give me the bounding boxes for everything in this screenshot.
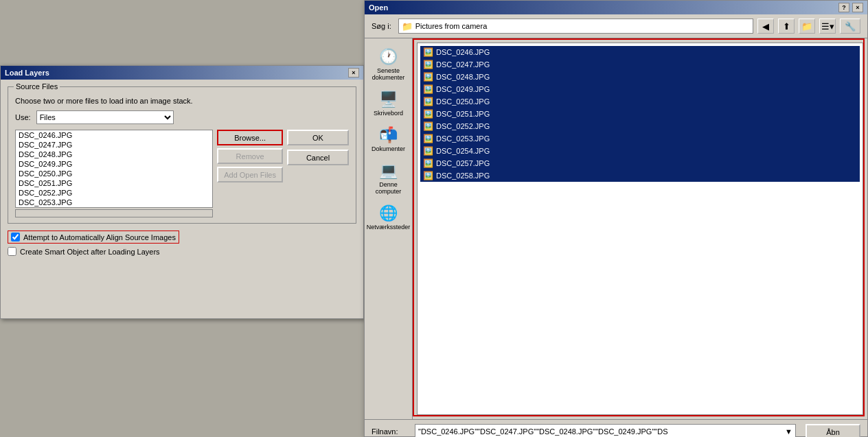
- open-bottom: Filnavn: "DSC_0246.JPG""DSC_0247.JPG""DS…: [365, 419, 867, 437]
- file-icon: 🖼️: [423, 47, 433, 57]
- close-icon: ×: [856, 4, 859, 11]
- list-item[interactable]: 🖼️DSC_0246.JPG: [420, 46, 860, 58]
- add-open-files-button[interactable]: Add Open Files: [217, 167, 283, 182]
- file-name: DSC_0246.JPG: [436, 48, 490, 56]
- list-item[interactable]: DSC_0251.JPG: [16, 178, 212, 188]
- view-button[interactable]: ☰▾: [819, 19, 836, 34]
- auto-align-row: Attempt to Automatically Align Source Im…: [8, 231, 179, 244]
- filename-row: Filnavn: "DSC_0246.JPG""DSC_0247.JPG""DS…: [372, 424, 796, 437]
- open-button[interactable]: Åbn: [806, 424, 860, 437]
- open-toolbar: Søg i: 📁 Pictures from camera ◀ ⬆ 📁 ☰▾ 🔧: [365, 14, 867, 38]
- checkboxes-area: Attempt to Automatically Align Source Im…: [8, 231, 356, 256]
- computer-label: Denne computer: [369, 181, 408, 195]
- file-icon: 🖼️: [423, 72, 433, 82]
- help-icon: ?: [842, 4, 846, 11]
- file-name: DSC_0247.JPG: [436, 60, 490, 69]
- up-button[interactable]: ⬆: [778, 19, 795, 34]
- filename-input[interactable]: "DSC_0246.JPG""DSC_0247.JPG""DSC_0248.JP…: [415, 424, 796, 437]
- list-item[interactable]: 🖼️DSC_0247.JPG: [420, 58, 860, 71]
- file-name: DSC_0251.JPG: [436, 110, 490, 118]
- back-button[interactable]: ◀: [757, 19, 774, 34]
- load-layers-title: Load Layers: [5, 69, 49, 77]
- file-icon: 🖼️: [423, 134, 433, 143]
- open-help-button[interactable]: ?: [838, 3, 849, 12]
- file-icon: 🖼️: [423, 158, 433, 168]
- use-select[interactable]: Files: [36, 110, 174, 124]
- open-dialog-titlebar: Open ? ×: [365, 1, 867, 14]
- computer-icon: 💻: [379, 162, 398, 180]
- horizontal-scrollbar[interactable]: [15, 209, 213, 217]
- file-name: DSC_0249.JPG: [436, 85, 490, 93]
- new-folder-button[interactable]: 📁: [799, 19, 815, 34]
- use-row: Use: Files: [15, 110, 349, 124]
- network-icon: 🌐: [379, 204, 398, 222]
- file-icon: 🖼️: [423, 84, 433, 94]
- desktop-icon: 🖥️: [379, 91, 398, 108]
- tools-button[interactable]: 🔧: [840, 19, 860, 34]
- sidebar-item-desktop[interactable]: 🖥️ Skrivebord: [368, 88, 409, 119]
- ok-cancel-col: OK Cancel: [287, 130, 349, 217]
- list-item[interactable]: 🖼️DSC_0249.JPG: [420, 83, 860, 95]
- open-dialog: Open ? × Søg i: 📁 Pictures from camera ◀…: [364, 0, 868, 437]
- list-item[interactable]: 🖼️DSC_0254.JPG: [420, 145, 860, 157]
- list-item[interactable]: DSC_0246.JPG: [16, 130, 212, 140]
- file-icon: 🖼️: [423, 60, 433, 69]
- file-icon: 🖼️: [423, 121, 433, 131]
- file-name: DSC_0253.JPG: [436, 134, 490, 143]
- file-name: DSC_0252.JPG: [436, 122, 490, 130]
- list-item[interactable]: DSC_0249.JPG: [16, 159, 212, 169]
- list-item[interactable]: 🖼️DSC_0251.JPG: [420, 108, 860, 120]
- filename-label: Filnavn:: [372, 427, 409, 436]
- sidebar-item-computer[interactable]: 💻 Denne computer: [368, 159, 409, 198]
- load-layers-close-button[interactable]: ×: [348, 68, 359, 78]
- remove-button[interactable]: Remove: [217, 148, 283, 164]
- list-item[interactable]: DSC_0250.JPG: [16, 169, 212, 178]
- auto-align-label: Attempt to Automatically Align Source Im…: [23, 233, 176, 241]
- folder-icon: 📁: [402, 21, 413, 32]
- list-item[interactable]: DSC_0248.JPG: [16, 150, 212, 159]
- smart-object-label: Create Smart Object after Loading Layers: [20, 248, 160, 256]
- open-content: 🕐 Seneste dokumenter 🖥️ Skrivebord 📬 Dok…: [365, 38, 867, 419]
- cancel-button[interactable]: Cancel: [287, 150, 349, 165]
- documents-label: Dokumenter: [372, 145, 405, 152]
- open-files-list: 🖼️DSC_0246.JPG🖼️DSC_0247.JPG🖼️DSC_0248.J…: [418, 43, 863, 185]
- recent-label: Seneste dokumenter: [369, 67, 408, 81]
- network-label: Netværkssteder: [367, 224, 411, 231]
- file-name: DSC_0248.JPG: [436, 73, 490, 81]
- smart-object-checkbox[interactable]: [8, 247, 16, 256]
- list-item[interactable]: DSC_0253.JPG: [16, 198, 212, 207]
- list-item[interactable]: DSC_0252.JPG: [16, 188, 212, 198]
- file-name: DSC_0254.JPG: [436, 147, 490, 155]
- list-item[interactable]: 🖼️DSC_0248.JPG: [420, 71, 860, 83]
- desktop-label: Skrivebord: [374, 110, 403, 117]
- sidebar-item-documents[interactable]: 📬 Dokumenter: [368, 123, 409, 155]
- ok-button[interactable]: OK: [287, 130, 349, 145]
- sidebar-item-recent[interactable]: 🕐 Seneste dokumenter: [368, 45, 409, 84]
- list-item[interactable]: 🖼️DSC_0250.JPG: [420, 95, 860, 108]
- location-combo[interactable]: 📁 Pictures from camera: [398, 19, 753, 34]
- list-item[interactable]: 🖼️DSC_0253.JPG: [420, 132, 860, 145]
- list-item[interactable]: 🖼️DSC_0252.JPG: [420, 120, 860, 132]
- file-icon: 🖼️: [423, 171, 433, 180]
- open-action-col: Åbn Annuller: [806, 424, 860, 437]
- sidebar-item-network[interactable]: 🌐 Netværkssteder: [368, 202, 409, 233]
- file-name: DSC_0250.JPG: [436, 97, 490, 106]
- auto-align-checkbox[interactable]: [11, 233, 20, 241]
- file-name: DSC_0257.JPG: [436, 159, 490, 167]
- smart-object-row: Create Smart Object after Loading Layers: [8, 247, 356, 256]
- list-item[interactable]: DSC_0247.JPG: [16, 140, 212, 150]
- recent-icon: 🕐: [379, 48, 398, 66]
- open-dialog-title: Open: [369, 3, 388, 12]
- open-close-button[interactable]: ×: [852, 3, 863, 12]
- list-item[interactable]: 🖼️DSC_0257.JPG: [420, 157, 860, 169]
- file-icon: 🖼️: [423, 146, 433, 156]
- files-listbox[interactable]: DSC_0246.JPGDSC_0247.JPGDSC_0248.JPGDSC_…: [15, 130, 213, 208]
- open-sidebar: 🕐 Seneste dokumenter 🖥️ Skrivebord 📬 Dok…: [365, 38, 413, 419]
- filename-value: "DSC_0246.JPG""DSC_0247.JPG""DSC_0248.JP…: [418, 427, 667, 436]
- browse-button[interactable]: Browse...: [217, 130, 283, 145]
- list-item[interactable]: 🖼️DSC_0258.JPG: [420, 169, 860, 182]
- file-name: DSC_0258.JPG: [436, 172, 490, 180]
- source-files-description: Choose two or more files to load into an…: [15, 97, 349, 105]
- file-icon: 🖼️: [423, 109, 433, 119]
- open-files-panel[interactable]: 🖼️DSC_0246.JPG🖼️DSC_0247.JPG🖼️DSC_0248.J…: [417, 43, 863, 415]
